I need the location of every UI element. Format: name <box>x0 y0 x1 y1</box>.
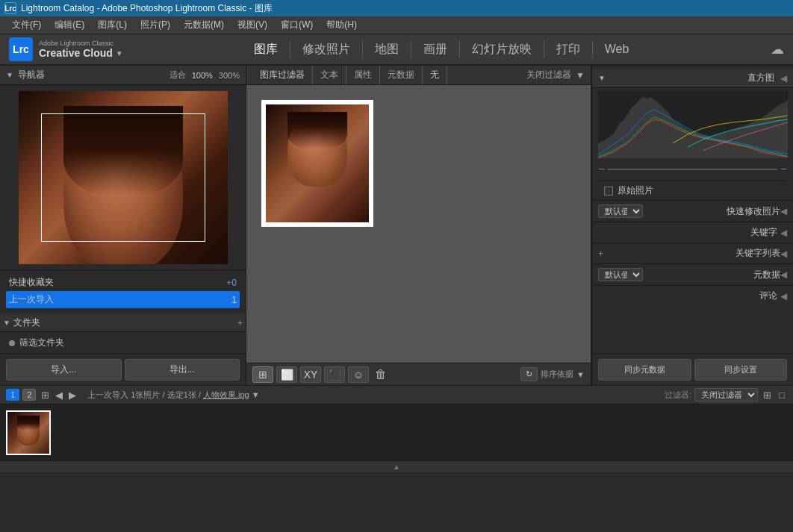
menu-window[interactable]: 窗口(W) <box>275 17 319 33</box>
filmstrip-source: 上一次导入 <box>87 390 128 399</box>
keyword-list-plus-icon[interactable]: + <box>598 248 603 259</box>
filter-attr-btn[interactable]: 属性 <box>346 66 380 84</box>
nav-print[interactable]: 打印 <box>544 40 593 58</box>
navigator-title: 导航器 <box>18 69 165 81</box>
hist-plus-icon[interactable]: − <box>780 163 787 176</box>
filmstrip-thumb-1[interactable] <box>6 410 51 455</box>
left-panel-resize-handle[interactable] <box>243 66 246 385</box>
histogram-header: ▼ 直方图 ◀ <box>592 69 793 88</box>
photo-grid[interactable] <box>246 85 591 363</box>
quick-collection-add-icon[interactable]: + <box>226 278 231 288</box>
navigator-face <box>63 106 183 264</box>
nav-fit-btn[interactable]: 适合 <box>170 69 186 81</box>
sync-metadata-button[interactable]: 同步元数据 <box>598 359 691 381</box>
quick-collection-label: 快捷收藏夹 <box>9 276 223 289</box>
logo-dropdown-icon[interactable]: ▼ <box>116 49 123 57</box>
people-view-btn[interactable]: ☺ <box>348 366 369 383</box>
menu-library[interactable]: 图库(L) <box>92 17 133 33</box>
nav-slideshow[interactable]: 幻灯片放映 <box>460 40 544 58</box>
cloud-icon[interactable]: ☁ <box>771 41 784 57</box>
menu-help[interactable]: 帮助(H) <box>320 17 363 33</box>
comments-section[interactable]: 评论 ◀ <box>592 285 793 306</box>
filmstrip-count: 1张照片 <box>131 390 160 399</box>
quick-develop-preset-select[interactable]: 默认值 <box>598 204 643 218</box>
menu-metadata[interactable]: 元数据(M) <box>178 17 230 33</box>
filmstrip-grid-icon[interactable]: ⊞ <box>39 389 52 401</box>
keyword-chevron: ◀ <box>780 228 787 238</box>
filter-right: 关闭过滤器 ▼ <box>526 69 585 81</box>
quick-collection-item[interactable]: 快捷收藏夹 + 0 <box>6 274 240 291</box>
menu-photo[interactable]: 照片(P) <box>134 17 176 33</box>
last-import-item[interactable]: 上一次导入 1 <box>6 291 240 308</box>
metadata-left: 默认值 <box>598 268 689 281</box>
photo-thumbnail-1[interactable] <box>261 100 373 227</box>
nav-book[interactable]: 画册 <box>411 40 460 58</box>
main-layout: ▼ 导航器 适合 100% 300% 快捷收藏夹 + 0 <box>0 66 793 385</box>
survey-view-btn[interactable]: ⬛ <box>324 366 345 383</box>
filter-meta-btn[interactable]: 元数据 <box>380 66 423 84</box>
original-photo-label: 原始照片 <box>618 184 653 197</box>
filter-dropdown-icon[interactable]: ▼ <box>576 70 585 81</box>
close-filter-btn[interactable]: 关闭过滤器 <box>526 69 571 81</box>
folder-item[interactable]: 筛选文件夹 <box>6 335 240 351</box>
quick-develop-title: 快速修改照片 <box>689 205 780 218</box>
filter-none-btn[interactable]: 无 <box>423 66 447 84</box>
menu-file[interactable]: 文件(F) <box>6 17 47 33</box>
filmstrip-prev-icon[interactable]: ◀ <box>53 389 65 401</box>
quick-develop-chevron: ◀ <box>780 206 787 216</box>
metadata-preset-select[interactable]: 默认值 <box>598 268 643 281</box>
nav-develop[interactable]: 修改照片 <box>290 40 363 58</box>
delete-icon[interactable]: 🗑 <box>375 368 387 381</box>
filmstrip-filename-arrow[interactable]: ▼ <box>252 390 260 399</box>
filmstrip-filter-grid-icon[interactable]: ⊞ <box>761 389 774 401</box>
keyword-section[interactable]: 关键字 ◀ <box>592 222 793 242</box>
filmstrip-filename[interactable]: 人物效果.jpg <box>203 390 249 399</box>
sync-settings-button[interactable]: 同步设置 <box>694 359 788 381</box>
metadata-section[interactable]: 默认值 元数据 ◀ <box>592 263 793 285</box>
hist-minus-icon[interactable]: − <box>598 163 605 176</box>
compare-view-btn[interactable]: XY <box>300 366 321 383</box>
metadata-title: 元数据 <box>689 269 780 281</box>
quick-develop-section[interactable]: 默认值 快速修改照片 ◀ <box>592 200 793 222</box>
filmstrip <box>0 404 793 460</box>
histogram-title: 直方图 <box>606 72 774 84</box>
filmstrip-next-icon[interactable]: ▶ <box>66 389 78 401</box>
histogram-collapse-icon[interactable]: ◀ <box>780 73 787 84</box>
grid-view-btn[interactable]: ⊞ <box>252 366 273 383</box>
original-photo-checkbox[interactable] <box>604 187 613 195</box>
filmstrip-badge-1[interactable]: 1 <box>6 389 19 401</box>
menu-view[interactable]: 视图(V) <box>231 17 273 33</box>
filmstrip-toolbar: 1 2 ⊞ ◀ ▶ 上一次导入 1张照片 / 选定1张 / 人物效果.jpg ▼… <box>0 385 793 404</box>
keyword-list-section[interactable]: + 关键字列表 ◀ <box>592 242 793 263</box>
histogram-svg <box>598 91 788 158</box>
filmstrip-badge-2[interactable]: 2 <box>22 389 36 401</box>
sort-dropdown-icon[interactable]: ▼ <box>576 370 585 379</box>
loupe-view-btn[interactable]: ⬜ <box>276 366 297 383</box>
import-button[interactable]: 导入... <box>6 359 122 381</box>
center-panel: 图库过滤器 文本 属性 元数据 无 关闭过滤器 ▼ ⊞ ⬜ <box>246 66 591 385</box>
sort-icon[interactable]: ↻ <box>520 367 538 381</box>
nav-map[interactable]: 地图 <box>363 40 411 58</box>
bottom-arrow[interactable]: ▲ <box>0 460 793 472</box>
bottom-arrow-icon[interactable]: ▲ <box>393 463 400 471</box>
filmstrip-hair-1 <box>17 416 40 431</box>
export-button[interactable]: 导出... <box>125 359 240 381</box>
hist-slider[interactable] <box>608 169 777 170</box>
filter-bar: 图库过滤器 文本 属性 元数据 无 关闭过滤器 ▼ <box>246 66 591 85</box>
filmstrip-filter-expand-icon[interactable]: □ <box>777 389 787 401</box>
quick-develop-left: 默认值 <box>598 204 689 218</box>
filter-text-btn[interactable]: 文本 <box>313 66 346 84</box>
folder-add-icon[interactable]: + <box>237 318 243 328</box>
histogram-triangle[interactable]: ▼ <box>598 74 606 82</box>
menu-edit[interactable]: 编辑(E) <box>49 17 90 33</box>
navigator-triangle[interactable]: ▼ <box>6 71 13 79</box>
nav-100-btn[interactable]: 100% <box>192 71 213 80</box>
nav-web[interactable]: Web <box>593 40 641 58</box>
folder-dot-icon <box>9 340 15 346</box>
folder-section: 筛选文件夹 <box>0 332 246 354</box>
keyword-list-title: 关键字列表 <box>689 247 780 260</box>
filmstrip-filter-select[interactable]: 关闭过滤器 <box>694 388 758 401</box>
folder-section-header[interactable]: ▼ 文件夹 + <box>0 314 246 332</box>
nav-library[interactable]: 图库 <box>242 40 290 58</box>
nav-300-btn[interactable]: 300% <box>219 71 240 80</box>
